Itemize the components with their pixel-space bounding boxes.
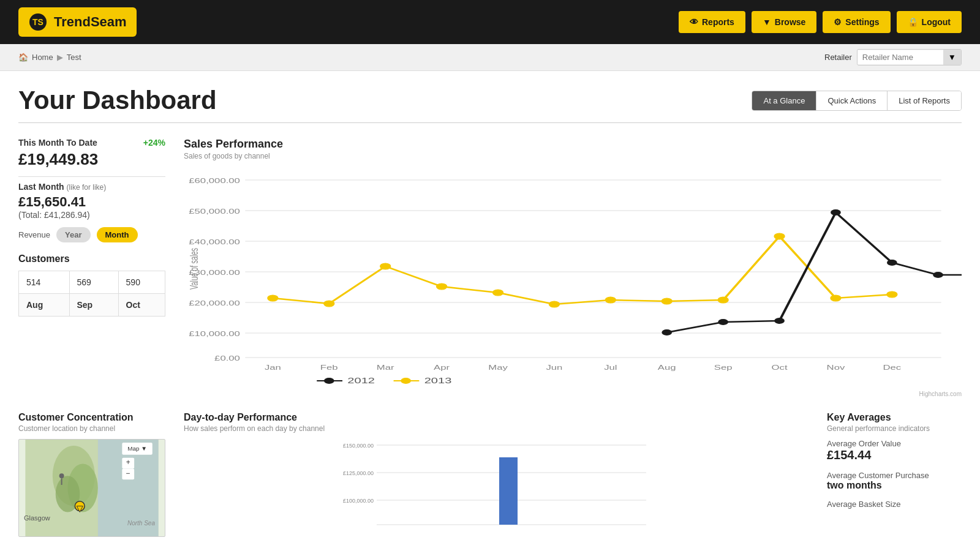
- svg-point-46: [933, 272, 943, 278]
- svg-text:£20,000.00: £20,000.00: [189, 300, 240, 307]
- svg-point-41: [662, 329, 672, 335]
- svg-point-37: [718, 297, 728, 303]
- svg-point-36: [662, 298, 672, 304]
- svg-point-38: [774, 233, 785, 239]
- svg-text:Oct: Oct: [772, 364, 788, 371]
- svg-text:Value of sales: Value of sales: [187, 248, 200, 290]
- last-month-label: Last Month (like for like): [18, 182, 165, 192]
- breadcrumb-home[interactable]: Home: [32, 53, 53, 62]
- nav-buttons: 👁 Reports ▼ Browse ⚙ Settings 🔒 Logout: [679, 11, 962, 33]
- day-performance-title: Day-to-day Performance: [184, 412, 809, 423]
- svg-point-33: [493, 290, 503, 296]
- toggle-year-button[interactable]: Year: [56, 227, 90, 242]
- dashboard-tabs: At a Glance Quick Actions List of Report…: [752, 91, 962, 111]
- bottom-section: Customer Concentration Customer location…: [0, 412, 980, 551]
- chart-title: Sales Performance: [184, 138, 962, 151]
- chart-subtitle: Sales of goods by channel: [184, 152, 962, 160]
- svg-text:Feb: Feb: [320, 364, 338, 371]
- svg-point-35: [605, 297, 616, 303]
- retailer-select[interactable]: ▼: [857, 49, 962, 66]
- logo-icon: TS: [28, 12, 48, 32]
- svg-point-48: [324, 378, 334, 384]
- retailer-label: Retailer: [824, 53, 852, 62]
- breadcrumb-current: Test: [67, 53, 81, 62]
- svg-point-44: [831, 209, 841, 216]
- toggle-month-button[interactable]: Month: [97, 227, 138, 242]
- svg-text:£60,000.00: £60,000.00: [189, 178, 240, 184]
- svg-text:£150,000.00: £150,000.00: [343, 443, 374, 449]
- customers-sep-value: 569: [69, 271, 118, 294]
- svg-text:Jan: Jan: [265, 364, 281, 371]
- map-area[interactable]: Map ▼ + − Glasgow North Sea: [18, 439, 165, 537]
- breadcrumb-separator: ▶: [57, 53, 63, 62]
- svg-text:2012: 2012: [347, 377, 375, 385]
- key-averages-title: Key Averages: [827, 412, 962, 423]
- svg-text:£50,000.00: £50,000.00: [189, 208, 240, 215]
- mtd-value: £19,449.83: [18, 150, 165, 169]
- customer-concentration: Customer Concentration Customer location…: [18, 412, 165, 537]
- svg-text:Nov: Nov: [827, 364, 845, 371]
- svg-text:Jul: Jul: [604, 364, 617, 371]
- reports-button[interactable]: 👁 Reports: [679, 11, 745, 33]
- retailer-dropdown-button[interactable]: ▼: [943, 50, 961, 65]
- svg-text:+: +: [126, 458, 130, 467]
- customer-concentration-title: Customer Concentration: [18, 412, 165, 423]
- logo-text: TrendSeam: [54, 14, 127, 30]
- svg-point-45: [887, 260, 897, 266]
- sales-chart: £0.00 £10,000.00 £20,000.00 £30,000.00 £…: [184, 168, 962, 388]
- svg-text:Apr: Apr: [434, 364, 450, 371]
- day-performance: Day-to-day Performance How sales perform…: [184, 412, 809, 537]
- svg-text:May: May: [488, 364, 508, 371]
- svg-point-39: [831, 295, 841, 301]
- last-month-value: £15,650.41: [18, 194, 165, 210]
- main-content: This Month To Date +24% £19,449.83 Last …: [0, 123, 980, 412]
- breadcrumb: 🏠 Home ▶ Test: [18, 53, 81, 62]
- svg-point-32: [437, 283, 447, 290]
- tab-quick-actions[interactable]: Quick Actions: [816, 91, 888, 110]
- settings-button[interactable]: ⚙ Settings: [823, 11, 890, 33]
- svg-point-51: [401, 378, 411, 384]
- svg-text:Map ▼: Map ▼: [127, 445, 147, 452]
- tab-list-of-reports[interactable]: List of Reports: [888, 91, 961, 110]
- navbar: TS TrendSeam 👁 Reports ▼ Browse ⚙ Settin…: [0, 0, 980, 44]
- panel-divider-1: [18, 176, 165, 177]
- customers-sep-month: Sep: [69, 294, 118, 317]
- svg-point-31: [380, 263, 391, 269]
- revenue-section: Revenue Year Month: [18, 227, 165, 242]
- svg-point-30: [324, 301, 334, 307]
- last-month-total: (Total: £41,286.94): [18, 210, 165, 220]
- customers-aug-value: 514: [19, 271, 70, 294]
- home-icon: 🏠: [18, 53, 28, 62]
- avg-customer-purchase-value: two months: [827, 480, 962, 491]
- dropdown-icon: ▼: [763, 17, 771, 27]
- svg-text:−: −: [126, 469, 130, 478]
- customer-concentration-subtitle: Customer location by channel: [18, 424, 165, 433]
- day-chart-svg: £150,000.00 £125,000.00 £100,000.00: [184, 439, 809, 537]
- left-panel: This Month To Date +24% £19,449.83 Last …: [18, 138, 165, 397]
- svg-text:Aug: Aug: [658, 364, 676, 371]
- svg-point-43: [774, 318, 785, 324]
- avg-order-value: Average Order Value £154.44: [827, 439, 962, 462]
- customers-values-row: 514 569 590: [19, 271, 165, 294]
- tab-at-a-glance[interactable]: At a Glance: [752, 91, 816, 110]
- gear-icon: ⚙: [834, 17, 842, 27]
- logo[interactable]: TS TrendSeam: [18, 7, 137, 37]
- day-performance-subtitle: How sales perform on each day by channel: [184, 424, 809, 433]
- avg-basket-size-label: Average Basket Size: [827, 500, 962, 509]
- avg-basket-size: Average Basket Size: [827, 500, 962, 509]
- avg-customer-purchase-label: Average Customer Purchase: [827, 471, 962, 480]
- retailer-input[interactable]: [858, 50, 943, 64]
- svg-text:£100,000.00: £100,000.00: [343, 498, 374, 504]
- logout-button[interactable]: 🔒 Logout: [897, 11, 962, 33]
- browse-button[interactable]: ▼ Browse: [752, 11, 816, 33]
- svg-text:£40,000.00: £40,000.00: [189, 239, 240, 246]
- breadcrumb-bar: 🏠 Home ▶ Test Retailer ▼: [0, 44, 980, 71]
- customers-oct-value: 590: [118, 271, 165, 294]
- day-chart-container: £150,000.00 £125,000.00 £100,000.00: [184, 439, 809, 537]
- svg-point-60: [59, 473, 64, 478]
- svg-point-29: [268, 295, 278, 301]
- svg-text:£10,000.00: £10,000.00: [189, 331, 240, 337]
- svg-text:Mar: Mar: [377, 364, 394, 371]
- lock-icon: 🔒: [908, 17, 918, 27]
- svg-text:Dec: Dec: [883, 364, 902, 371]
